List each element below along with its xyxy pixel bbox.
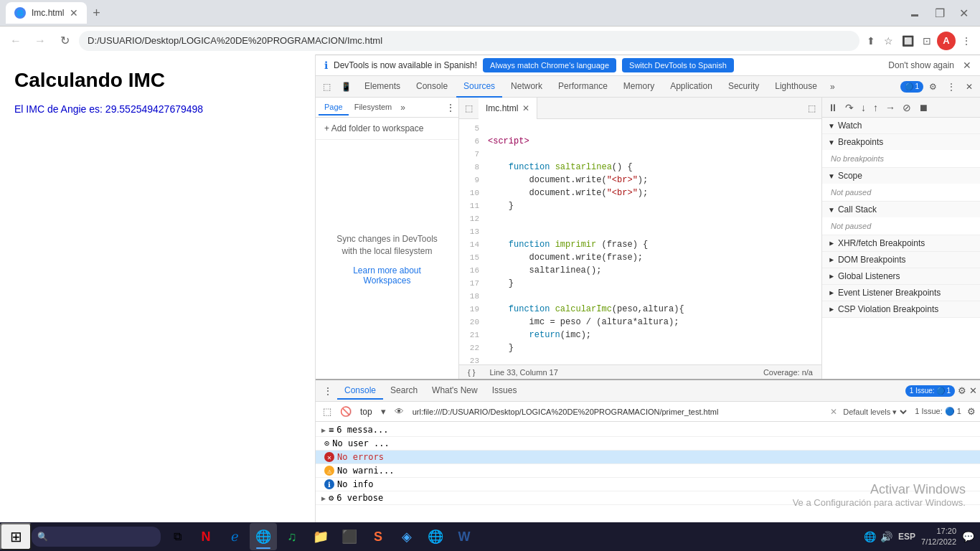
tab-performance[interactable]: Performance bbox=[551, 76, 615, 98]
tab-console[interactable]: Console bbox=[409, 76, 455, 98]
console-message-warnings[interactable]: ⚠ No warni... bbox=[316, 464, 980, 478]
tab-elements[interactable]: Elements bbox=[357, 76, 407, 98]
volume-icon[interactable]: 🔊 bbox=[880, 531, 892, 542]
time-display[interactable]: 17:20 7/12/2022 bbox=[921, 526, 956, 548]
console-close-button[interactable]: ✕ bbox=[969, 385, 977, 396]
extension-icon[interactable]: 🔲 bbox=[899, 32, 917, 50]
source-tab-filesystem[interactable]: Filesystem bbox=[349, 100, 398, 116]
forward-button[interactable]: → bbox=[30, 31, 50, 51]
close-button[interactable]: ✕ bbox=[953, 4, 974, 23]
network-icon[interactable]: 🌐 bbox=[864, 531, 876, 542]
share-icon[interactable]: ⬆ bbox=[864, 32, 878, 50]
active-tab[interactable]: 🌐 Imc.html ✕ bbox=[6, 2, 87, 24]
watch-section-header[interactable]: ▼ Watch bbox=[822, 118, 980, 133]
taskbar-app-chrome[interactable]: 🌐 bbox=[250, 523, 277, 550]
taskbar-app-explorer[interactable]: 📁 bbox=[307, 523, 334, 550]
bookmark-icon[interactable]: ☆ bbox=[881, 32, 896, 50]
console-tab-issues[interactable]: Issues bbox=[485, 382, 524, 400]
new-tab-button[interactable]: + bbox=[90, 3, 103, 24]
taskbar-app-word[interactable]: W bbox=[451, 523, 478, 550]
console-url-clear-button[interactable]: ✕ bbox=[830, 407, 837, 417]
code-lines[interactable]: 5 6<script> 7 8 function saltarlinea() {… bbox=[459, 119, 821, 364]
learn-more-link[interactable]: Learn more about Workspaces bbox=[330, 265, 444, 286]
console-toolbar-settings[interactable]: ⚙ bbox=[967, 406, 976, 417]
start-button[interactable]: ⊞ bbox=[0, 523, 32, 550]
console-clear-button[interactable]: 🚫 bbox=[337, 405, 354, 418]
console-settings-button[interactable]: ⚙ bbox=[958, 385, 966, 396]
device-toolbar-button[interactable]: 📱 bbox=[336, 77, 356, 96]
more-tabs-button[interactable]: » bbox=[826, 80, 839, 93]
taskbar-app-vscode[interactable]: ⬛ bbox=[336, 523, 363, 550]
tab-sources[interactable]: Sources bbox=[456, 76, 502, 98]
switch-spanish-button[interactable]: Switch DevTools to Spanish bbox=[622, 58, 734, 72]
event-listener-header[interactable]: ▼ Event Listener Breakpoints bbox=[822, 285, 980, 301]
taskbar-app-spotify[interactable]: ♫ bbox=[278, 523, 306, 550]
tab-lighthouse[interactable]: Lighthouse bbox=[768, 76, 824, 98]
language-indicator[interactable]: ESP bbox=[898, 532, 915, 542]
csp-violation-header[interactable]: ▼ CSP Violation Breakpoints bbox=[822, 301, 980, 317]
editor-sidebar-toggle[interactable]: ⬚ bbox=[459, 100, 479, 116]
reload-button[interactable]: ↻ bbox=[55, 31, 75, 51]
add-folder-button[interactable]: + Add folder to workspace bbox=[316, 118, 458, 140]
console-tab-search[interactable]: Search bbox=[383, 382, 425, 400]
notification-close-button[interactable]: ✕ bbox=[963, 60, 971, 71]
source-panel-menu[interactable]: ⋮ bbox=[446, 102, 456, 113]
taskbar-app-edge[interactable]: ℯ bbox=[221, 523, 248, 550]
console-level-select[interactable]: Default levels ▾ bbox=[840, 407, 909, 417]
global-listeners-header[interactable]: ▼ Global Listeners bbox=[822, 268, 980, 284]
console-panel-menu[interactable]: ⋮ bbox=[319, 384, 337, 398]
address-input[interactable] bbox=[79, 31, 859, 51]
console-message-user[interactable]: ⊙ No user ... bbox=[316, 437, 980, 451]
taskbar-app-chrome2[interactable]: 🌐 bbox=[422, 523, 449, 550]
source-tabs-more[interactable]: » bbox=[400, 103, 405, 113]
console-filter-button[interactable]: ▾ bbox=[378, 405, 389, 418]
step-into-button[interactable]: ↓ bbox=[858, 100, 869, 115]
devtools-close-button[interactable]: ✕ bbox=[961, 77, 977, 96]
devtools-more-button[interactable]: ⋮ bbox=[943, 77, 960, 96]
step-button[interactable]: → bbox=[882, 100, 898, 115]
pause-exceptions-button[interactable]: ⏹ bbox=[915, 100, 931, 115]
source-tab-page[interactable]: Page bbox=[319, 100, 349, 116]
tab-application[interactable]: Application bbox=[663, 76, 720, 98]
code-line: 20 imc = peso / (altura*altura); bbox=[459, 316, 821, 329]
console-message-errors[interactable]: ✕ No errors bbox=[316, 451, 980, 464]
breakpoints-section-header[interactable]: ▼ Breakpoints bbox=[822, 134, 980, 150]
console-tab-console[interactable]: Console bbox=[337, 382, 383, 400]
dom-breakpoints-header[interactable]: ▼ DOM Breakpoints bbox=[822, 252, 980, 268]
scope-section-header[interactable]: ▼ Scope bbox=[822, 168, 980, 184]
tab-memory[interactable]: Memory bbox=[616, 76, 661, 98]
back-button[interactable]: ← bbox=[6, 31, 26, 51]
profile-avatar[interactable]: A bbox=[937, 32, 956, 50]
step-over-button[interactable]: ↷ bbox=[842, 100, 857, 115]
tab-security[interactable]: Security bbox=[721, 76, 766, 98]
taskbar-app-sublime[interactable]: S bbox=[364, 523, 392, 550]
dont-show-again-button[interactable]: Don't show again bbox=[888, 60, 954, 70]
step-out-button[interactable]: ↑ bbox=[870, 100, 881, 115]
minimize-button[interactable]: 🗕 bbox=[903, 4, 926, 23]
console-eye-button[interactable]: 👁 bbox=[392, 405, 407, 418]
sync-icon[interactable]: ⊡ bbox=[920, 32, 934, 50]
taskbar-search[interactable]: 🔍 bbox=[32, 527, 161, 547]
taskbar-app-krita[interactable]: ◈ bbox=[393, 523, 420, 550]
pause-button[interactable]: ⏸ bbox=[825, 100, 841, 115]
console-message-group[interactable]: ▶ ≡ 6 messa... bbox=[316, 423, 980, 437]
devtools-settings-button[interactable]: ⚙ bbox=[925, 77, 941, 96]
tab-close-btn[interactable]: ✕ bbox=[70, 7, 78, 19]
tab-network[interactable]: Network bbox=[504, 76, 550, 98]
editor-format-button[interactable]: ⬚ bbox=[802, 100, 821, 116]
deactivate-breakpoints-button[interactable]: ⊘ bbox=[900, 100, 914, 115]
match-language-button[interactable]: Always match Chrome's language bbox=[483, 58, 616, 72]
editor-tab-close[interactable]: ✕ bbox=[522, 103, 529, 113]
console-sidebar-toggle[interactable]: ⬚ bbox=[320, 405, 334, 418]
maximize-button[interactable]: ❐ bbox=[929, 4, 951, 23]
taskbar-app-netflix[interactable]: N bbox=[192, 523, 220, 550]
editor-file-tab[interactable]: Imc.html ✕ bbox=[479, 98, 537, 119]
menu-icon[interactable]: ⋮ bbox=[958, 32, 974, 50]
console-url-filter[interactable] bbox=[410, 404, 828, 420]
call-stack-section-header[interactable]: ▼ Call Stack bbox=[822, 202, 980, 217]
taskbar-app-taskview[interactable]: ⧉ bbox=[164, 523, 191, 550]
xhr-breakpoints-header[interactable]: ▼ XHR/fetch Breakpoints bbox=[822, 235, 980, 251]
console-tab-whats-new[interactable]: What's New bbox=[425, 382, 485, 400]
inspect-element-button[interactable]: ⬚ bbox=[319, 77, 335, 96]
notification-center-button[interactable]: 💬 bbox=[962, 531, 974, 542]
